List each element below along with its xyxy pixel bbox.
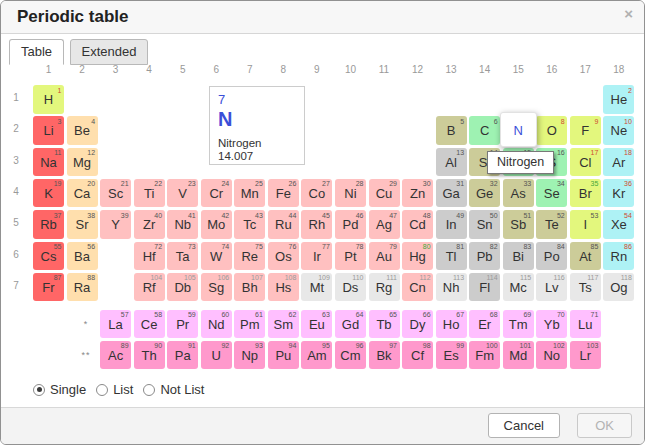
element-cell-Sb[interactable]: 51Sb (503, 210, 534, 239)
element-cell-Kr[interactable]: 36Kr (603, 179, 634, 208)
element-cell-Cl[interactable]: 17Cl (570, 148, 601, 177)
element-cell-Pb[interactable]: 82Pb (469, 242, 500, 271)
element-cell-Np[interactable]: 93Np (234, 341, 265, 370)
element-cell-Eu[interactable]: 63Eu (301, 310, 332, 339)
element-cell-Ba[interactable]: 56Ba (67, 242, 98, 271)
element-cell-Tc[interactable]: 43Tc (234, 210, 265, 239)
element-cell-Db[interactable]: 105Db (167, 273, 198, 302)
element-cell-Bk[interactable]: 97Bk (369, 341, 400, 370)
element-cell-Re[interactable]: 75Re (234, 242, 265, 271)
element-cell-Cr[interactable]: 24Cr (201, 179, 232, 208)
element-cell-Rf[interactable]: 104Rf (134, 273, 165, 302)
element-cell-Zr[interactable]: 40Zr (134, 210, 165, 239)
element-cell-Am[interactable]: 95Am (301, 341, 332, 370)
element-cell-Mc[interactable]: 115Mc (503, 273, 534, 302)
element-cell-Lr[interactable]: 103Lr (570, 341, 601, 370)
element-cell-Fm[interactable]: 100Fm (469, 341, 500, 370)
element-cell-I[interactable]: 53I (570, 210, 601, 239)
element-cell-Ta[interactable]: 73Ta (167, 242, 198, 271)
element-cell-Bh[interactable]: 107Bh (234, 273, 265, 302)
element-cell-Ce[interactable]: 58Ce (134, 310, 165, 339)
element-cell-Sg[interactable]: 106Sg (201, 273, 232, 302)
element-cell-Ru[interactable]: 44Ru (268, 210, 299, 239)
element-cell-Nb[interactable]: 41Nb (167, 210, 198, 239)
element-cell-H[interactable]: 1H (33, 85, 64, 114)
element-cell-Hs[interactable]: 108Hs (268, 273, 299, 302)
element-cell-Mo[interactable]: 42Mo (201, 210, 232, 239)
element-cell-Ts[interactable]: 117Ts (570, 273, 601, 302)
element-cell-Ar[interactable]: 18Ar (603, 148, 634, 177)
element-cell-Y[interactable]: 39Y (100, 210, 131, 239)
element-cell-Pa[interactable]: 91Pa (167, 341, 198, 370)
element-cell-Pm[interactable]: 61Pm (234, 310, 265, 339)
element-cell-Ga[interactable]: 31Ga (436, 179, 467, 208)
element-cell-Co[interactable]: 27Co (301, 179, 332, 208)
element-cell-Th[interactable]: 90Th (134, 341, 165, 370)
element-cell-Ca[interactable]: 20Ca (67, 179, 98, 208)
element-cell-Md[interactable]: 101Md (503, 341, 534, 370)
element-cell-Ag[interactable]: 47Ag (369, 210, 400, 239)
element-cell-Li[interactable]: 3Li (33, 116, 64, 145)
element-cell-Ti[interactable]: 22Ti (134, 179, 165, 208)
element-cell-Cm[interactable]: 96Cm (335, 341, 366, 370)
element-cell-Zn[interactable]: 30Zn (402, 179, 433, 208)
element-cell-U[interactable]: 92U (201, 341, 232, 370)
element-cell-Nh[interactable]: 113Nh (436, 273, 467, 302)
element-cell-Cf[interactable]: 98Cf (402, 341, 433, 370)
element-cell-Lv[interactable]: 116Lv (536, 273, 567, 302)
element-cell-In[interactable]: 49In (436, 210, 467, 239)
element-cell-Ho[interactable]: 67Ho (436, 310, 467, 339)
element-cell-Mt[interactable]: 109Mt (301, 273, 332, 302)
element-cell-Br[interactable]: 35Br (570, 179, 601, 208)
element-cell-Cs[interactable]: 55Cs (33, 242, 64, 271)
element-cell-Dy[interactable]: 66Dy (402, 310, 433, 339)
element-cell-Na[interactable]: 11Na (33, 148, 64, 177)
element-cell-Ds[interactable]: 110Ds (335, 273, 366, 302)
element-cell-Fl[interactable]: 114Fl (469, 273, 500, 302)
element-cell-Pd[interactable]: 46Pd (335, 210, 366, 239)
element-cell-Ra[interactable]: 88Ra (67, 273, 98, 302)
element-cell-He[interactable]: 2He (603, 85, 634, 114)
ok-button[interactable]: OK (577, 413, 632, 438)
element-cell-Pr[interactable]: 59Pr (167, 310, 198, 339)
tab-extended[interactable]: Extended (70, 39, 149, 65)
element-cell-Sc[interactable]: 21Sc (100, 179, 131, 208)
element-cell-Sr[interactable]: 38Sr (67, 210, 98, 239)
element-cell-Mg[interactable]: 12Mg (67, 148, 98, 177)
element-cell-Og[interactable]: 118Og (603, 273, 634, 302)
element-cell-Ac[interactable]: 89Ac (100, 341, 131, 370)
radio-not-list[interactable]: Not List (143, 382, 204, 397)
radio-single[interactable]: Single (33, 382, 86, 397)
element-cell-At[interactable]: 85At (570, 242, 601, 271)
element-cell-Ne[interactable]: 10Ne (603, 116, 634, 145)
element-cell-Lu[interactable]: 71Lu (570, 310, 601, 339)
element-cell-Tm[interactable]: 69Tm (503, 310, 534, 339)
element-cell-Pu[interactable]: 94Pu (268, 341, 299, 370)
element-cell-Bi[interactable]: 83Bi (503, 242, 534, 271)
element-cell-Mn[interactable]: 25Mn (234, 179, 265, 208)
element-cell-Ir[interactable]: 77Ir (301, 242, 332, 271)
element-cell-Se[interactable]: 34Se (536, 179, 567, 208)
element-cell-F[interactable]: 9F (570, 116, 601, 145)
element-cell-Pt[interactable]: 78Pt (335, 242, 366, 271)
element-cell-Sn[interactable]: 50Sn (469, 210, 500, 239)
element-cell-Tb[interactable]: 65Tb (369, 310, 400, 339)
element-cell-Be[interactable]: 4Be (67, 116, 98, 145)
radio-list[interactable]: List (96, 382, 133, 397)
element-cell-V[interactable]: 23V (167, 179, 198, 208)
element-cell-Rn[interactable]: 86Rn (603, 242, 634, 271)
element-cell-Tl[interactable]: 81Tl (436, 242, 467, 271)
element-cell-O[interactable]: 8O (536, 116, 567, 145)
element-cell-Hf[interactable]: 72Hf (134, 242, 165, 271)
tab-table[interactable]: Table (9, 39, 64, 65)
element-cell-Fe[interactable]: 26Fe (268, 179, 299, 208)
element-cell-B[interactable]: 5B (436, 116, 467, 145)
element-cell-Au[interactable]: 79Au (369, 242, 400, 271)
close-icon[interactable]: × (624, 6, 633, 21)
element-cell-Cd[interactable]: 48Cd (402, 210, 433, 239)
element-cell-Rg[interactable]: 111Rg (369, 273, 400, 302)
element-cell-As[interactable]: 33As (503, 179, 534, 208)
element-cell-Yb[interactable]: 70Yb (536, 310, 567, 339)
element-cell-Hg[interactable]: 80Hg (402, 242, 433, 271)
element-cell-Gd[interactable]: 64Gd (335, 310, 366, 339)
